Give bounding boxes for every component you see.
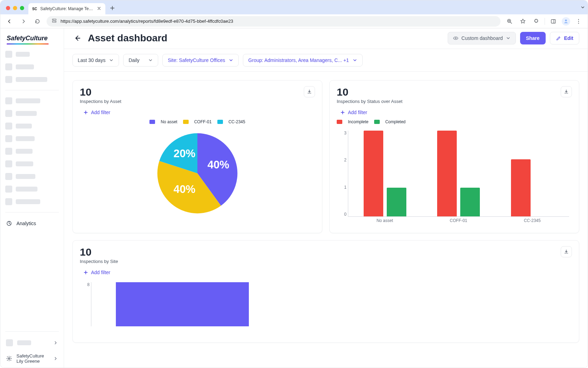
kpi-value: 10 [80,246,118,258]
main-area: Asset dashboard Custom dashboard Share E… [64,28,588,368]
filter-site[interactable]: Site: SafetyCulture Offices [162,54,239,67]
svg-point-7 [578,19,579,20]
site-settings-icon[interactable] [51,18,57,25]
maximize-window-icon[interactable] [20,6,24,10]
svg-text:40%: 40% [208,159,229,171]
kpi-subtitle: Inspections by Site [80,259,118,264]
sidebar-org-switcher[interactable]: SafetyCulture Lily Greene [0,350,64,368]
chevron-down-icon [506,36,511,41]
new-tab-button[interactable] [107,3,117,13]
address-row: https://app.safetyculture.com/analytics/… [0,14,588,28]
share-button[interactable]: Share [520,32,546,44]
brand-block: SafetyCulture [0,28,64,48]
profile-avatar-icon[interactable] [562,17,570,26]
sidebar-item-analytics[interactable]: Analytics [0,217,64,230]
sidebar: SafetyCulture [0,28,64,368]
download-button[interactable] [561,86,572,97]
legend-swatch-icon [183,120,189,124]
svg-text:40%: 40% [174,183,195,195]
chevron-down-icon [229,58,233,63]
bar-chart-site: 8 [80,279,572,335]
add-filter-button[interactable]: Add filter [330,104,579,118]
card-inspections-by-status: 10 Inspections by Status over Asset Add … [329,80,579,233]
eye-icon [453,35,458,41]
tabs-dropdown-button[interactable] [578,2,588,12]
kebab-menu-icon[interactable] [574,16,583,26]
add-filter-button[interactable]: Add filter [73,264,579,278]
sidebar-item-label: Analytics [16,221,36,226]
bookmark-icon[interactable] [518,16,528,26]
nav-reload-button[interactable] [33,16,42,26]
svg-point-11 [8,358,10,360]
filter-group[interactable]: Group: Administrators, Area Managers, C.… [243,54,363,67]
legend-swatch-icon [217,120,223,124]
legend-swatch-icon [374,120,380,124]
kpi-value: 10 [80,86,121,98]
card-inspections-by-asset: 10 Inspections by Asset Add filter No as… [72,80,322,233]
placeholder-icon [6,339,13,346]
card-inspections-by-site: 10 Inspections by Site Add filter 8 [72,240,579,343]
bar-chart: 3210 No assetCOFF-01CC-2345 [337,128,572,226]
chevron-right-icon [53,340,58,345]
svg-point-2 [53,19,54,20]
page-title: Asset dashboard [88,33,167,44]
kpi-subtitle: Inspections by Status over Asset [337,99,402,104]
chevron-down-icon [352,58,357,63]
plus-icon [83,110,88,115]
browser-window: SC SafetyCulture: Manage Teams and... [0,0,588,368]
filter-granularity[interactable]: Daily [123,54,158,67]
org-name: SafetyCulture [16,353,44,359]
filters-bar: Last 30 days Daily Site: SafetyCulture O… [64,49,588,72]
svg-rect-0 [52,19,56,20]
pie-chart: 40%40%20% [152,128,243,219]
filter-date-range[interactable]: Last 30 days [72,54,119,67]
gear-icon [6,355,12,362]
app-area: SafetyCulture [0,28,588,368]
edit-button[interactable]: Edit [550,32,579,44]
close-tab-icon[interactable] [97,6,102,11]
brand-logo: SafetyCulture [7,35,58,42]
browser-tab[interactable]: SC SafetyCulture: Manage Teams and... [28,3,105,14]
bar-legend: Incomplete Completed [337,119,572,124]
chevron-down-icon [109,58,114,63]
user-name: Lily Greene [16,359,44,364]
url-text: https://app.safetyculture.com/analytics/… [61,19,496,24]
sidebar-item-collapsed[interactable] [0,336,64,350]
plus-icon [340,110,345,115]
extensions-icon[interactable] [531,16,541,26]
placeholder-label [17,340,31,345]
back-button[interactable] [72,33,82,43]
kpi-subtitle: Inspections by Asset [80,99,121,104]
tab-bar: SC SafetyCulture: Manage Teams and... [0,0,588,14]
pie-legend: No asset COFF-01 CC-2345 [80,119,315,124]
tab-title: SafetyCulture: Manage Teams and... [40,6,94,11]
svg-point-6 [565,19,567,21]
close-window-icon[interactable] [6,6,10,10]
nav-back-button[interactable] [5,16,14,26]
svg-rect-1 [52,21,56,22]
download-button[interactable] [561,246,572,257]
legend-swatch-icon [337,120,342,124]
separator-icon [545,18,545,25]
nav-forward-button[interactable] [19,16,28,26]
download-button[interactable] [304,86,315,97]
window-controls [6,6,24,10]
minimize-window-icon[interactable] [13,6,17,10]
nav-skeleton-mid [0,95,64,208]
svg-point-3 [55,21,55,22]
zoom-icon[interactable] [505,16,514,26]
svg-point-9 [578,23,579,23]
sidepanel-icon[interactable] [548,16,558,26]
plus-icon [83,270,88,275]
page-header: Asset dashboard Custom dashboard Share E… [64,28,588,49]
legend-swatch-icon [149,120,155,124]
add-filter-button[interactable]: Add filter [73,104,322,118]
chevron-down-icon [148,58,153,63]
svg-point-8 [578,21,579,21]
content-scroll[interactable]: 10 Inspections by Asset Add filter No as… [64,72,588,368]
chevron-right-icon [53,356,58,361]
svg-text:20%: 20% [174,147,195,160]
svg-rect-5 [551,19,555,23]
address-bar[interactable]: https://app.safetyculture.com/analytics/… [47,16,500,27]
dashboard-type-dropdown[interactable]: Custom dashboard [448,32,516,44]
